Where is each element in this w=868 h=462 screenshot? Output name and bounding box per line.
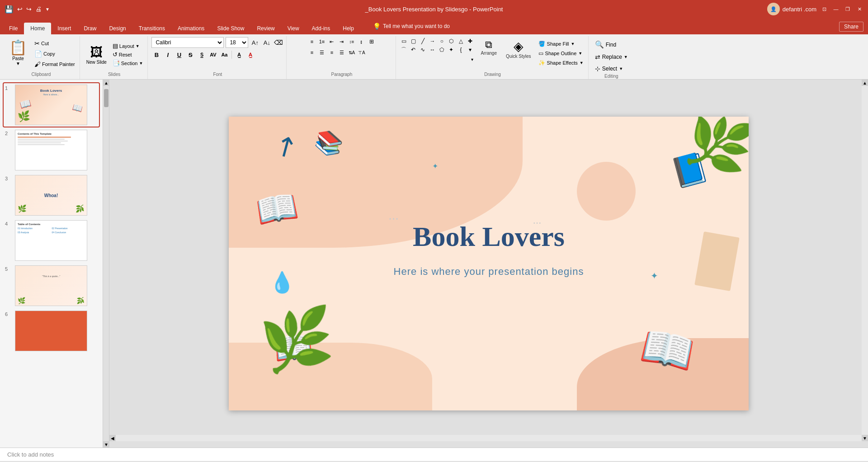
slide-item-4[interactable]: 4 Table of Contents 01 Introduction 02 P… [4, 219, 99, 262]
close-button[interactable]: ✕ [855, 5, 863, 13]
shape-circle[interactable]: ○ [438, 37, 446, 45]
scroll-down-arrow[interactable]: ▼ [103, 441, 109, 448]
avatar[interactable]: 👤 [767, 3, 780, 15]
share-button[interactable]: Share [839, 22, 863, 32]
tell-me-search[interactable]: 💡 Tell me what you want to do [369, 18, 505, 34]
shape-arc[interactable]: ⌒ [400, 46, 408, 54]
copy-button[interactable]: 📄 Copy [33, 49, 77, 58]
tab-draw[interactable]: Draw [77, 23, 103, 34]
underline-button[interactable]: U [174, 50, 184, 60]
canvas-scrollbar-track[interactable] [116, 435, 862, 441]
slide-item-6[interactable]: 6 [4, 309, 99, 353]
canvas-vscroll-up[interactable]: ▲ [862, 80, 868, 86]
tab-transitions[interactable]: Transitions [132, 23, 171, 34]
canvas-vscroll-down[interactable]: ▼ [862, 435, 868, 441]
slide-title[interactable]: Book Lovers [413, 221, 565, 253]
arrange-button[interactable]: ⧉ Arrange [477, 37, 500, 57]
tab-slideshow[interactable]: Slide Show [211, 23, 250, 34]
minimize-button[interactable]: — [832, 5, 840, 13]
tab-home[interactable]: Home [24, 23, 51, 34]
redo-icon[interactable]: ↪ [26, 5, 32, 13]
decrease-indent-button[interactable]: ⇤ [327, 37, 336, 46]
bullets-button[interactable]: ≡ [307, 37, 316, 46]
slide-item-1[interactable]: 1 Book Lovers Here is where... 📖 📖 🌿 [4, 83, 99, 127]
section-button[interactable]: 📑 Section ▼ [111, 59, 145, 67]
reset-button[interactable]: ↺ Reset [111, 51, 145, 58]
slide-panel-scrollbar[interactable]: ▲ ▼ [103, 80, 109, 448]
increase-font-button[interactable]: A↑ [250, 38, 260, 47]
shape-hexagon[interactable]: ⬡ [447, 37, 455, 45]
font-size-select[interactable]: 18 [226, 37, 248, 48]
decrease-font-button[interactable]: A↓ [262, 38, 272, 47]
shape-double-arrow[interactable]: ↔ [428, 46, 436, 54]
tab-animations[interactable]: Animations [171, 23, 211, 34]
strikethrough-button[interactable]: S [185, 50, 195, 60]
new-slide-button[interactable]: 🖼 New Slide [84, 43, 109, 66]
save-icon[interactable]: 💾 [5, 5, 14, 14]
shape-bent-arrow[interactable]: ↶ [409, 46, 417, 54]
shape-star[interactable]: ✦ [447, 46, 455, 54]
paste-button[interactable]: 📋 Paste ▼ [5, 37, 31, 68]
align-right-button[interactable]: ≡ [327, 48, 336, 57]
slide-item-2[interactable]: 2 Contents of This Template [4, 128, 99, 172]
shape-rounded-rect[interactable]: ▢ [409, 37, 417, 45]
layout-button[interactable]: ▤ Layout ▼ [111, 42, 145, 50]
find-button[interactable]: 🔍 Find [592, 39, 631, 50]
format-painter-button[interactable]: 🖌 Format Painter [33, 60, 77, 69]
line-spacing-button[interactable]: ↕≡ [347, 37, 356, 46]
tab-review[interactable]: Review [250, 23, 281, 34]
clear-formatting-button[interactable]: ⌫ [274, 38, 283, 47]
print-icon[interactable]: 🖨 [35, 5, 42, 13]
slide-item-5[interactable]: 5 "This is a quote..." 🌿 🌿 [4, 264, 99, 307]
bold-button[interactable]: B [151, 50, 161, 60]
increase-indent-button[interactable]: ⇥ [337, 37, 346, 46]
shape-curve[interactable]: ∿ [419, 46, 427, 54]
canvas-scroll-left[interactable]: ◀ [109, 435, 116, 441]
shapes-more-button[interactable]: ▾ [469, 55, 475, 64]
tab-insert[interactable]: Insert [51, 23, 77, 34]
cut-button[interactable]: ✂ Cut [33, 39, 77, 48]
columns-button[interactable]: ⫿ [357, 37, 366, 46]
tab-addins[interactable]: Add-ins [306, 23, 337, 34]
replace-button[interactable]: ⇄ Replace ▼ [592, 52, 631, 62]
shape-plus[interactable]: ✚ [466, 37, 474, 45]
shape-triangle[interactable]: △ [457, 37, 465, 45]
font-name-select[interactable]: Calibri [151, 37, 224, 48]
align-center-button[interactable]: ☰ [317, 48, 326, 57]
smartart-button[interactable]: ⊞ [367, 37, 376, 46]
shape-line[interactable]: ╱ [419, 37, 427, 45]
change-case-button[interactable]: Aa [219, 50, 229, 60]
select-button[interactable]: ⊹ Select ▼ [592, 64, 631, 74]
undo-icon[interactable]: ↩ [17, 5, 23, 13]
shape-pentagon[interactable]: ⬠ [438, 46, 446, 54]
font-color-button[interactable]: A̲ [245, 50, 255, 60]
canvas-vscroll-track[interactable] [862, 86, 868, 435]
numbering-button[interactable]: 1≡ [317, 37, 326, 46]
slide-subtitle[interactable]: Here is where your presentation begins [394, 266, 584, 278]
shape-fill-button[interactable]: 🪣 Shape Fill ▼ [537, 40, 585, 48]
shape-more[interactable]: ▾ [466, 46, 474, 54]
shape-effects-button[interactable]: ✨ Shape Effects ▼ [537, 59, 585, 67]
slide-item-3[interactable]: 3 Whoa! 🌿 🌿 [4, 174, 99, 217]
shape-brace[interactable]: { [457, 46, 465, 54]
align-left-button[interactable]: ≡ [307, 48, 316, 57]
dropdown-icon[interactable]: ▼ [45, 7, 50, 12]
shape-outline-button[interactable]: ▭ Shape Outline ▼ [537, 49, 585, 57]
italic-button[interactable]: I [163, 50, 173, 60]
tab-view[interactable]: View [281, 23, 306, 34]
shape-rectangle[interactable]: ▭ [400, 37, 408, 45]
align-text-button[interactable]: ⊤A [357, 48, 366, 57]
restore-icon[interactable]: ⊡ [820, 5, 828, 13]
notes-bar[interactable]: Click to add notes [0, 448, 868, 461]
quick-styles-button[interactable]: ◈ Quick Styles [502, 37, 535, 61]
shape-arrow-right[interactable]: → [428, 37, 436, 45]
tab-file[interactable]: File [3, 23, 24, 34]
tab-help[interactable]: Help [336, 23, 360, 34]
shadow-button[interactable]: S̲ [197, 50, 207, 60]
tab-design[interactable]: Design [103, 23, 132, 34]
highlight-button[interactable]: A̲ [234, 50, 244, 60]
character-spacing-button[interactable]: AV [208, 50, 218, 60]
text-direction-button[interactable]: ⇅A [347, 48, 356, 57]
scroll-up-arrow[interactable]: ▲ [103, 80, 109, 86]
justify-button[interactable]: ☰ [337, 48, 346, 57]
